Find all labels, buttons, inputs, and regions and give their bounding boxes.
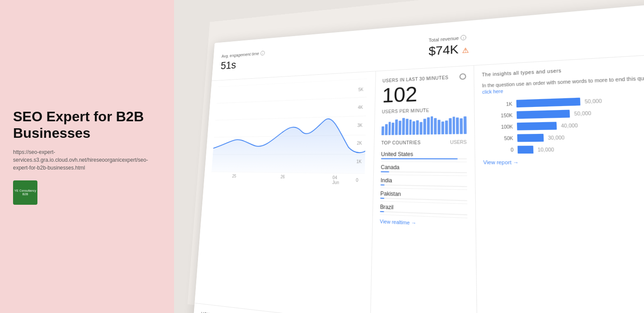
mini-bar (420, 122, 423, 135)
left-panel: SEO Expert for B2B Businesses https://se… (0, 0, 174, 313)
h-bar-row: 150K 50,000 (483, 106, 644, 120)
h-bar-value: 50,000 (584, 98, 602, 104)
view-realtime-link[interactable]: View realtime → (380, 219, 468, 228)
mini-bar (438, 120, 440, 134)
svg-line-1 (217, 97, 366, 103)
chart-x-labels: 25 26 04Jun (211, 172, 365, 187)
refresh-icon[interactable] (460, 73, 466, 80)
h-bar-row: 100K 40,000 (483, 119, 644, 131)
company-name-line2: B2B (22, 193, 28, 196)
x-label-3: 04Jun (332, 175, 339, 185)
mini-bar (406, 119, 408, 135)
line-chart (211, 79, 367, 174)
y-label-3k: 3K (357, 123, 362, 127)
country-bar (380, 184, 384, 185)
alert-icon: ⚠ (462, 47, 469, 54)
countries-list: United States Canada India Pakistan Braz… (380, 149, 467, 219)
mini-bar (449, 118, 451, 134)
page-title: SEO Expert for B2B Businesses (13, 108, 161, 142)
country-row: Canada (381, 162, 467, 176)
mini-bar (441, 121, 444, 134)
users-panel: USERS IN LAST 30 MINUTES 102 USERS PER M… (370, 66, 477, 313)
x-label-1: 25 (232, 174, 236, 183)
x-label-2: 26 (280, 174, 285, 184)
country-name: India (381, 177, 467, 185)
mini-bar (402, 118, 405, 135)
h-bar-row: 0 10,000 (483, 144, 644, 153)
company-name-line1: YE Consultancy (14, 189, 36, 193)
mini-bar (413, 121, 415, 135)
mini-bar (434, 118, 437, 135)
country-bar (380, 211, 384, 212)
h-bar-label: 150K (483, 113, 513, 119)
mini-bar (427, 117, 429, 135)
h-bar (517, 146, 533, 153)
mini-bar (460, 118, 463, 134)
mini-bar (456, 117, 459, 134)
country-row: United States (381, 149, 467, 163)
right-panel: Avg. engagement time i 51s Total revenue… (174, 0, 644, 313)
svg-line-0 (218, 79, 367, 87)
mini-bar (453, 117, 456, 134)
svg-line-2 (215, 116, 366, 120)
country-name: Canada (381, 164, 467, 171)
dashboard-inner: Avg. engagement time i 51s Total revenue… (192, 0, 644, 313)
h-bar-value: 40,000 (561, 123, 578, 128)
info-icon: i (260, 51, 265, 56)
country-row: Brazil (380, 201, 467, 218)
revenue-metric: Total revenue i $74K ⚠ (429, 10, 644, 63)
mini-bars-chart (382, 116, 467, 135)
country-name: United States (381, 151, 467, 157)
mini-bar (430, 117, 433, 135)
engagement-metric: Avg. engagement time i 51s (220, 33, 418, 77)
chart-area: 5K 4K 3K 2K 1K 0 (195, 71, 376, 313)
h-bar-label: 100K (483, 124, 513, 130)
y-label-4k: 4K (358, 105, 363, 110)
info-icon-2: i (460, 35, 466, 40)
h-bar-value: 50,000 (574, 110, 591, 117)
y-label-0: 0 (356, 178, 361, 183)
dashboard-container: Avg. engagement time i 51s Total revenue… (188, 0, 644, 313)
users-realtime-label: USERS IN LAST 30 MINUTES (382, 75, 449, 83)
horizontal-bar-chart: 1K 50,000 150K 50,000 100K 40,000 50K 30… (482, 93, 644, 153)
right-analytics-panel: The insights all types and users In the … (474, 51, 644, 313)
top-countries-label: TOP COUNTRIES (381, 140, 421, 145)
h-bar (517, 110, 570, 119)
users-per-minute-label: USERS PER MINUTE (382, 107, 466, 114)
y-label-1k: 1K (356, 159, 362, 164)
country-row: India (380, 175, 467, 190)
country-bar-container (381, 171, 467, 173)
company-logo: YE Consultancy B2B (13, 180, 37, 205)
mini-bar (409, 120, 412, 135)
country-bar-container (381, 158, 467, 159)
mini-bar (416, 120, 419, 135)
mini-bar (385, 124, 387, 135)
h-bar-value: 30,000 (548, 135, 565, 140)
mini-bar (463, 117, 466, 134)
users-count: 102 (382, 81, 466, 106)
country-bar (381, 171, 389, 172)
view-report-link[interactable]: View report → (483, 160, 644, 166)
click-here-link[interactable]: click here (482, 89, 503, 95)
mini-bar (382, 127, 384, 135)
h-bar (517, 122, 557, 130)
country-bar (381, 158, 458, 159)
mini-bar (395, 120, 398, 135)
y-label-2k: 2K (357, 141, 362, 146)
y-label-5k: 5K (358, 87, 363, 92)
h-bar (517, 98, 580, 108)
h-bar-label: 1K (482, 101, 512, 107)
h-bar-label: 50K (483, 136, 513, 141)
top-countries-header: TOP COUNTRIES USERS (381, 140, 466, 145)
page-url: https://seo-expert-services.s3.gra.io.cl… (13, 148, 161, 172)
mini-bar (392, 123, 394, 135)
mini-bar (423, 119, 426, 134)
h-bar (517, 134, 544, 142)
users-col-label: USERS (450, 140, 466, 145)
mini-bar (445, 120, 448, 134)
h-bar-label: 0 (483, 147, 513, 152)
mini-bar (399, 121, 401, 135)
h-bar-row: 1K 50,000 (482, 93, 644, 109)
country-bar (380, 198, 384, 199)
h-bar-row: 50K 30,000 (483, 131, 644, 142)
